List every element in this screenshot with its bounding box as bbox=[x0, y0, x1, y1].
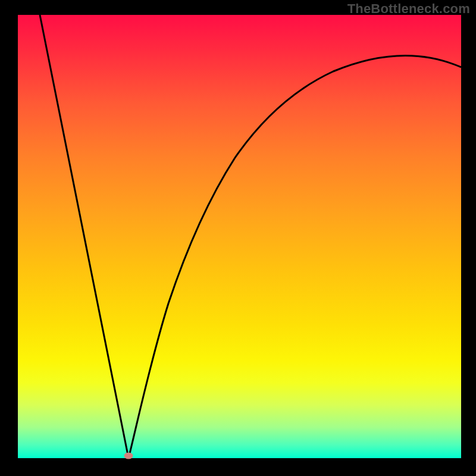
chart-frame: TheBottleneck.com bbox=[0, 0, 476, 476]
minimum-point-marker bbox=[124, 453, 133, 459]
bottleneck-curve bbox=[18, 15, 461, 458]
watermark-text: TheBottleneck.com bbox=[347, 1, 470, 17]
curve-path bbox=[40, 15, 461, 458]
